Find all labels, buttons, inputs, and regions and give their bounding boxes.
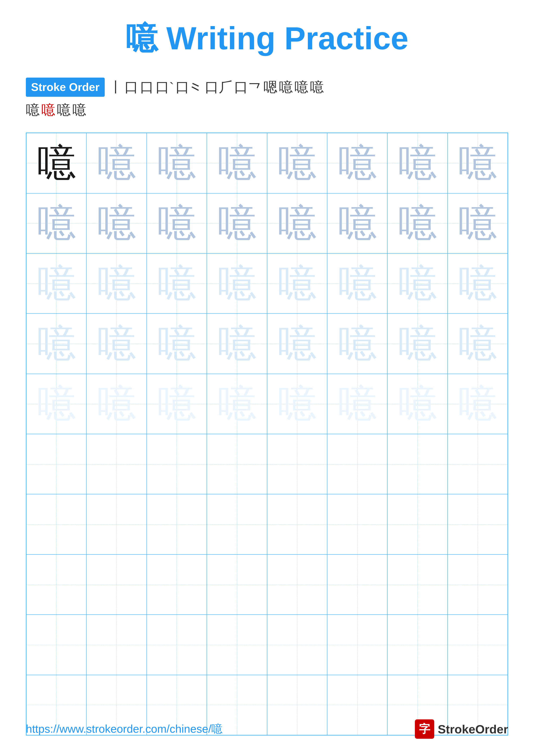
grid-cell[interactable] [87, 615, 146, 675]
cell-character: 噫 [97, 378, 136, 430]
cell-character: 噫 [458, 318, 497, 370]
grid-cell[interactable] [147, 434, 207, 494]
title-char: 噫 Writing Practice [126, 20, 408, 56]
stroke-step-4: 口` [156, 78, 174, 97]
grid-cell[interactable]: 噫 [26, 313, 87, 374]
grid-cell[interactable]: 噫 [327, 254, 387, 313]
stroke-step-10: 噫 [294, 78, 308, 97]
grid-cell[interactable] [387, 615, 447, 675]
grid-cell[interactable]: 噫 [207, 254, 267, 313]
grid-cell[interactable]: 噫 [327, 313, 387, 374]
grid-cell[interactable]: 噫 [207, 374, 267, 434]
stroke-step-14: 噫 [57, 100, 71, 120]
grid-cell[interactable] [447, 615, 508, 675]
grid-cell[interactable]: 噫 [327, 374, 387, 434]
grid-cell[interactable]: 噫 [447, 133, 508, 193]
grid-cell[interactable] [447, 554, 508, 615]
grid-cell[interactable]: 噫 [387, 133, 447, 193]
grid-cell[interactable]: 噫 [147, 133, 207, 193]
grid-cell[interactable]: 噫 [447, 254, 508, 313]
cell-character: 噫 [37, 137, 76, 189]
grid-cell[interactable]: 噫 [387, 374, 447, 434]
cell-character: 噫 [278, 318, 317, 370]
grid-cell[interactable] [387, 494, 447, 554]
grid-cell[interactable] [207, 434, 267, 494]
grid-cell[interactable]: 噫 [387, 313, 447, 374]
grid-cell[interactable]: 噫 [207, 133, 267, 193]
grid-cell[interactable]: 噫 [267, 193, 327, 254]
page: 噫 Writing Practice Stroke Order 丨 口 口 口`… [0, 0, 534, 756]
grid-cell[interactable] [87, 434, 146, 494]
cell-character: 噫 [338, 257, 377, 310]
cell-character: 噫 [458, 197, 497, 249]
grid-cell[interactable] [267, 434, 327, 494]
grid-cell[interactable] [207, 494, 267, 554]
grid-cell[interactable]: 噫 [147, 193, 207, 254]
grid-cell[interactable] [26, 494, 87, 554]
grid-cell[interactable] [26, 554, 87, 615]
grid-cell[interactable]: 噫 [387, 254, 447, 313]
grid-row [26, 434, 508, 494]
grid-cell[interactable]: 噫 [147, 254, 207, 313]
grid-cell[interactable]: 噫 [207, 313, 267, 374]
cell-character: 噫 [278, 137, 317, 189]
grid-cell[interactable] [87, 554, 146, 615]
grid-cell[interactable] [267, 554, 327, 615]
stroke-order-section: Stroke Order 丨 口 口 口` 口⺀ 口⺁ 口⺂ 嗯 噫 噫 噫 噫… [26, 78, 508, 120]
grid-cell[interactable] [87, 494, 146, 554]
grid-cell[interactable] [147, 494, 207, 554]
grid-cell[interactable]: 噫 [327, 133, 387, 193]
grid-cell[interactable]: 噫 [26, 193, 87, 254]
grid-cell[interactable] [26, 434, 87, 494]
grid-cell[interactable]: 噫 [267, 313, 327, 374]
grid-cell[interactable] [147, 615, 207, 675]
cell-character: 噫 [217, 318, 256, 370]
grid-cell[interactable] [447, 494, 508, 554]
grid-cell[interactable] [147, 554, 207, 615]
grid-cell[interactable]: 噫 [447, 313, 508, 374]
grid-cell[interactable]: 噫 [447, 374, 508, 434]
cell-character: 噫 [458, 378, 497, 430]
grid-cell[interactable]: 噫 [87, 193, 146, 254]
grid-cell[interactable] [447, 434, 508, 494]
cell-character: 噫 [278, 378, 317, 430]
grid-cell[interactable]: 噫 [327, 193, 387, 254]
cell-character: 噫 [97, 197, 136, 249]
grid-cell[interactable]: 噫 [207, 193, 267, 254]
stroke-step-11: 噫 [310, 78, 324, 97]
footer: https://www.strokeorder.com/chinese/噫 字 … [26, 719, 508, 739]
grid-cell[interactable]: 噫 [267, 133, 327, 193]
grid-cell[interactable]: 噫 [87, 254, 146, 313]
grid-cell[interactable]: 噫 [447, 193, 508, 254]
grid-cell[interactable]: 噫 [26, 133, 87, 193]
grid-cell[interactable] [327, 554, 387, 615]
cell-character: 噫 [157, 197, 196, 249]
grid-cell[interactable] [26, 615, 87, 675]
grid-row [26, 615, 508, 675]
grid-cell[interactable] [327, 615, 387, 675]
grid-cell[interactable] [207, 554, 267, 615]
grid-cell[interactable]: 噫 [267, 254, 327, 313]
grid-cell[interactable]: 噫 [387, 193, 447, 254]
grid-cell[interactable] [327, 434, 387, 494]
grid-cell[interactable]: 噫 [87, 133, 146, 193]
practice-grid: 噫噫噫噫噫噫噫噫噫噫噫噫噫噫噫噫噫噫噫噫噫噫噫噫噫噫噫噫噫噫噫噫噫噫噫噫噫噫噫噫 [26, 133, 508, 736]
grid-cell[interactable]: 噫 [26, 374, 87, 434]
grid-cell[interactable]: 噫 [26, 254, 87, 313]
grid-cell[interactable] [267, 494, 327, 554]
cell-character: 噫 [37, 257, 76, 310]
cell-character: 噫 [398, 318, 437, 370]
grid-cell[interactable] [207, 615, 267, 675]
grid-cell[interactable]: 噫 [87, 313, 146, 374]
grid-cell[interactable] [327, 494, 387, 554]
cell-character: 噫 [37, 378, 76, 430]
grid-cell[interactable] [387, 434, 447, 494]
grid-cell[interactable]: 噫 [147, 374, 207, 434]
stroke-step-6: 口⺁ [205, 78, 232, 97]
grid-cell[interactable] [387, 554, 447, 615]
grid-cell[interactable] [267, 615, 327, 675]
grid-cell[interactable]: 噫 [267, 374, 327, 434]
grid-cell[interactable]: 噫 [147, 313, 207, 374]
grid-cell[interactable]: 噫 [87, 374, 146, 434]
cell-character: 噫 [37, 318, 76, 370]
